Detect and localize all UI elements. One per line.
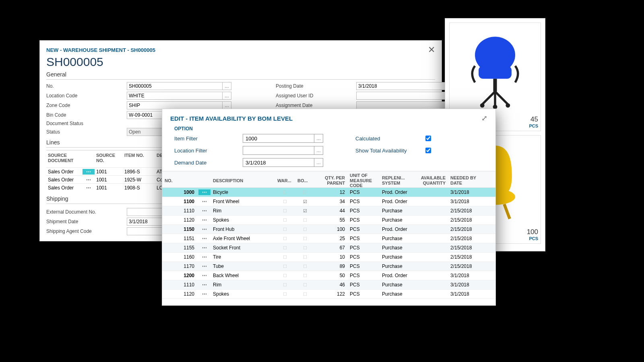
checkbox-show-total[interactable] bbox=[425, 148, 431, 153]
bom-row[interactable]: 1150 ⋯ Front Hub 100 PCS Prod. Order 2/1… bbox=[162, 225, 495, 234]
label-posting: Posting Date bbox=[276, 83, 356, 89]
product-qty: 45 bbox=[529, 115, 538, 123]
row-menu-icon[interactable]: ⋯ bbox=[83, 185, 95, 191]
label-docstatus: Document Status bbox=[46, 121, 127, 126]
label-status: Status bbox=[46, 129, 127, 135]
row-menu-icon[interactable]: ⋯ bbox=[198, 263, 211, 269]
label-agent: Shipping Agent Code bbox=[46, 228, 127, 234]
input-demand-date[interactable] bbox=[243, 158, 314, 167]
lookup-icon[interactable]: … bbox=[223, 92, 231, 100]
row-menu-icon[interactable]: ⋯ bbox=[198, 254, 211, 260]
label-shipdate: Shipment Date bbox=[46, 219, 127, 224]
row-menu-icon[interactable]: ⋯ bbox=[83, 177, 95, 183]
label-demand-date: Demand Date bbox=[174, 160, 243, 166]
label-location: Location Code bbox=[46, 93, 127, 99]
bom-availability-window: EDIT - ITEM AVAILABILITY BY BOM LEVEL ⤢ … bbox=[162, 109, 496, 306]
lookup-icon[interactable]: … bbox=[314, 146, 323, 155]
svg-point-6 bbox=[480, 103, 485, 108]
bom-row[interactable]: 1120 ⋯ Spokes 122 PCS Purchase 3/1/2018 bbox=[162, 290, 495, 299]
input-no[interactable] bbox=[127, 82, 223, 90]
row-menu-icon[interactable]: ⋯ bbox=[198, 226, 211, 232]
label-zone: Zone Code bbox=[46, 103, 127, 108]
close-icon[interactable]: ✕ bbox=[428, 45, 435, 55]
row-menu-icon[interactable]: ⋯ bbox=[198, 217, 211, 223]
bom-row[interactable]: 1110 ⋯ Rim 46 PCS Purchase 3/1/2018 bbox=[162, 280, 495, 290]
svg-line-3 bbox=[482, 92, 495, 105]
label-show-total: Show Total Availability bbox=[355, 148, 424, 154]
checkbox-calculated[interactable] bbox=[425, 136, 431, 141]
row-menu-icon[interactable]: ⋯ bbox=[198, 199, 211, 204]
bom-row[interactable]: 1155 ⋯ Socket Front 67 PCS Purchase 2/15… bbox=[162, 243, 495, 253]
bom-row[interactable]: 1000 ⋯ Bicycle 12 PCS Prod. Order 3/1/20… bbox=[162, 188, 495, 197]
svg-point-8 bbox=[506, 103, 510, 108]
input-zone[interactable] bbox=[127, 101, 223, 109]
shipment-caption: NEW - WAREHOUSE SHIPMENT - SH000005 bbox=[46, 47, 155, 53]
label-item-filter: Item Filter bbox=[174, 136, 243, 142]
input-assigneduser[interactable] bbox=[356, 92, 452, 100]
bom-row[interactable]: 1170 ⋯ Tube 89 PCS Purchase 2/15/2018 bbox=[162, 262, 495, 271]
bom-row[interactable]: 1160 ⋯ Tire 10 PCS Purchase 2/15/2018 bbox=[162, 253, 495, 262]
label-no: No. bbox=[46, 83, 127, 89]
row-menu-icon[interactable]: ⋯ bbox=[198, 236, 211, 241]
bom-row[interactable]: 1110 ⋯ Rim 44 PCS Purchase 2/15/2018 bbox=[162, 206, 495, 216]
lookup-icon[interactable]: … bbox=[223, 101, 231, 109]
lookup-icon[interactable]: … bbox=[314, 134, 323, 143]
input-location-filter[interactable] bbox=[243, 146, 314, 155]
shipment-title: SH000005 bbox=[40, 55, 442, 71]
product-qty: 100 bbox=[527, 228, 538, 236]
bom-row[interactable]: 1100 ⋯ Front Wheel 34 PCS Prod. Order 3/… bbox=[162, 197, 495, 206]
row-menu-icon[interactable]: ⋯ bbox=[198, 273, 211, 278]
svg-rect-1 bbox=[479, 66, 512, 79]
bom-row[interactable]: 1200 ⋯ Back Wheel 50 PCS Prod. Order 3/1… bbox=[162, 271, 495, 280]
bom-row[interactable]: 1151 ⋯ Axle Front Wheel 25 PCS Purchase … bbox=[162, 234, 495, 243]
svg-rect-2 bbox=[493, 79, 497, 92]
product-unit: PCS bbox=[527, 236, 538, 241]
svg-line-4 bbox=[495, 92, 508, 105]
row-menu-icon[interactable]: ⋯ bbox=[83, 169, 95, 175]
label-bin: Bin Code bbox=[46, 112, 127, 118]
row-menu-icon[interactable]: ⋯ bbox=[198, 189, 211, 195]
product-image bbox=[452, 25, 538, 114]
row-menu-icon[interactable]: ⋯ bbox=[198, 291, 211, 297]
row-menu-icon[interactable]: ⋯ bbox=[198, 282, 211, 288]
row-menu-icon[interactable]: ⋯ bbox=[198, 245, 211, 251]
input-location[interactable] bbox=[127, 92, 223, 100]
lookup-icon[interactable]: … bbox=[223, 82, 231, 90]
label-location-filter: Location Filter bbox=[174, 148, 243, 154]
bom-caption: EDIT - ITEM AVAILABILITY BY BOM LEVEL bbox=[170, 115, 293, 122]
product-unit: PCS bbox=[529, 123, 538, 128]
row-menu-icon[interactable]: ⋯ bbox=[198, 208, 211, 214]
section-general: General bbox=[40, 71, 442, 78]
label-assigndate: Assignment Date bbox=[276, 103, 356, 108]
label-calculated: Calculated bbox=[355, 136, 424, 142]
svg-line-11 bbox=[504, 204, 510, 219]
input-item-filter[interactable] bbox=[243, 134, 314, 143]
lookup-icon[interactable]: … bbox=[314, 158, 323, 167]
label-extdoc: External Document No. bbox=[46, 209, 127, 215]
input-posting[interactable] bbox=[356, 82, 452, 90]
bom-header-row: NO. DESCRIPTION WAR... BO... QTY. PER PA… bbox=[162, 171, 495, 188]
bom-row[interactable]: 1120 ⋯ Spokes 55 PCS Purchase 2/15/2018 bbox=[162, 216, 495, 225]
option-head: OPTION bbox=[162, 126, 495, 132]
expand-icon[interactable]: ⤢ bbox=[481, 114, 487, 123]
label-assigneduser: Assigned User ID bbox=[276, 93, 356, 99]
